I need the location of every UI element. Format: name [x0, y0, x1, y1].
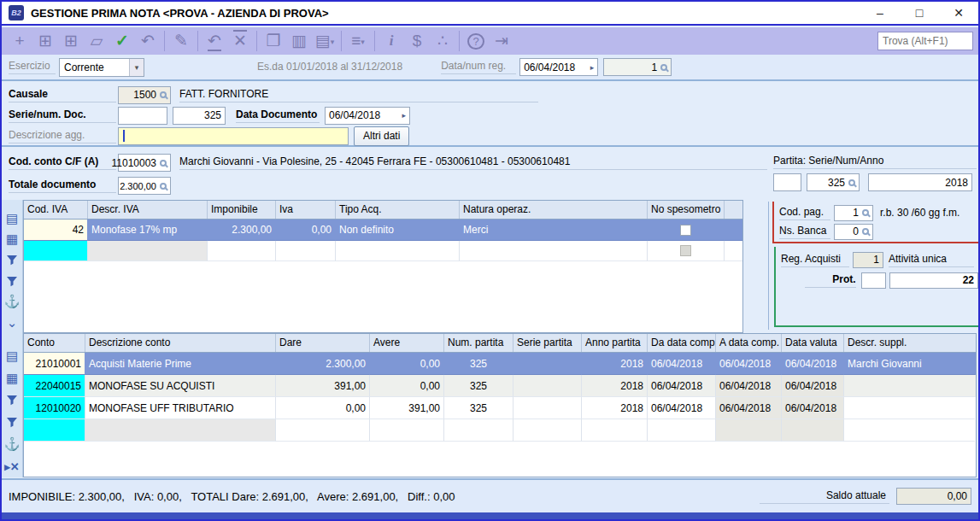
cell-dare[interactable]	[276, 419, 370, 442]
cod-conto-field[interactable]: 11010003	[118, 154, 171, 172]
new-from-list-icon[interactable]: ⊞	[32, 29, 58, 53]
prot-num-field[interactable]: 22	[889, 272, 978, 289]
column-header[interactable]: Dare	[276, 334, 370, 352]
filter-icon[interactable]	[2, 250, 22, 271]
chevron-down-icon[interactable]: ⌄	[2, 313, 22, 333]
cell-avere[interactable]	[370, 419, 444, 442]
currency-icon[interactable]: $	[404, 29, 430, 53]
cell-imponibile[interactable]	[208, 241, 276, 261]
cell-da-data[interactable]: 06/04/2018	[648, 397, 716, 419]
minimize-button[interactable]: –	[860, 2, 900, 24]
grid-view-icon[interactable]: ▦	[2, 229, 22, 249]
cell-descr-iva[interactable]	[88, 241, 208, 261]
copy-icon[interactable]: ❐	[261, 29, 286, 53]
data-documento-field[interactable]: 06/04/2018▸	[325, 107, 410, 125]
cell-no-spesometro[interactable]	[648, 241, 725, 261]
cell-descrizione[interactable]: Acquisti Materie Prime	[85, 353, 276, 375]
reg-acquisti-field[interactable]: 1	[853, 252, 883, 268]
maximize-button[interactable]: □	[900, 2, 939, 24]
cell-dare[interactable]: 0,00	[276, 397, 370, 419]
table-row[interactable]: 12010020 MONOFASE UFF TRIBUTARIO 0,00 39…	[24, 397, 976, 419]
partita-anno-field[interactable]: 2018	[868, 173, 972, 191]
open-folder-icon[interactable]: ▱	[84, 29, 109, 53]
column-header[interactable]: Da data comp.	[648, 334, 716, 352]
cell-anno-partita[interactable]: 2018	[582, 397, 648, 419]
table-row-empty[interactable]	[24, 241, 742, 261]
document-menu-icon[interactable]: ▤▾	[312, 29, 337, 54]
column-header[interactable]: Avere	[370, 334, 444, 352]
cell-conto[interactable]: 12010020	[24, 397, 85, 419]
num-doc-field[interactable]: 325	[173, 107, 226, 125]
preview-icon[interactable]: ▥	[286, 29, 312, 53]
cell-conto[interactable]	[24, 419, 85, 442]
prot-serie-field[interactable]	[861, 272, 886, 289]
cell-descr-suppl[interactable]	[844, 375, 975, 397]
cell-descrizione[interactable]	[85, 419, 276, 442]
cell-avere[interactable]: 391,00	[370, 397, 444, 419]
cell-dare[interactable]: 391,00	[276, 375, 370, 397]
column-header[interactable]: Descr. suppl.	[844, 334, 975, 352]
cell-data-valuta[interactable]: 06/04/2018	[782, 397, 844, 419]
column-header[interactable]: A data comp.	[716, 334, 782, 352]
cell-anno-partita[interactable]: 2018	[582, 353, 648, 375]
cell-anno-partita[interactable]	[582, 419, 648, 442]
revert-icon[interactable]: ↶	[202, 29, 227, 53]
search-lens-icon[interactable]	[160, 183, 167, 190]
help-icon[interactable]: ?	[463, 28, 489, 54]
search-lens-icon[interactable]	[160, 160, 167, 167]
date-expand-icon[interactable]: ▸	[402, 111, 406, 120]
edit-pencil-icon[interactable]: ✎	[168, 29, 194, 53]
search-lens-icon[interactable]	[660, 64, 667, 71]
export-x-icon[interactable]: ▸✕	[2, 455, 22, 477]
cell-no-spesometro[interactable]	[648, 220, 725, 241]
cell-descrizione[interactable]: MONOFASE SU ACQUISTI	[85, 375, 276, 397]
find-input[interactable]	[877, 32, 973, 50]
share-icon[interactable]: ∴	[430, 29, 455, 53]
cell-serie-partita[interactable]	[513, 419, 582, 442]
cell-conto[interactable]: 22040015	[24, 375, 85, 397]
cell-avere[interactable]: 0,00	[370, 353, 444, 375]
column-header[interactable]: Natura operaz.	[460, 201, 648, 219]
cell-natura-operaz[interactable]: Merci	[460, 220, 648, 241]
cell-descr-suppl[interactable]	[844, 419, 975, 442]
list-menu-icon[interactable]: ≡▾	[345, 29, 371, 54]
table-row[interactable]: 42 Monofase 17% mp 2.300,00 0,00 Non def…	[24, 220, 742, 241]
cell-descr-iva[interactable]: Monofase 17% mp	[88, 220, 208, 241]
cell-num-partita[interactable]: 325	[444, 353, 513, 375]
cell-num-partita[interactable]: 325	[444, 375, 513, 397]
cell-data-valuta[interactable]: 06/04/2018	[782, 375, 844, 397]
checkbox[interactable]	[680, 225, 691, 236]
cell-a-data[interactable]	[716, 419, 782, 442]
exit-icon[interactable]: ⇥	[489, 29, 514, 53]
new-icon[interactable]: +	[7, 29, 32, 53]
chevron-down-icon[interactable]: ▾	[129, 59, 144, 76]
column-header[interactable]: Tipo Acq.	[336, 201, 460, 219]
search-lens-icon[interactable]	[862, 209, 869, 216]
cell-avere[interactable]: 0,00	[370, 375, 444, 397]
cell-a-data[interactable]: 06/04/2018	[716, 397, 782, 419]
detail-view-icon[interactable]: ▤	[2, 208, 22, 229]
cell-natura-operaz[interactable]	[460, 241, 648, 261]
cell-serie-partita[interactable]	[513, 353, 582, 375]
filter-clear-icon[interactable]	[2, 411, 22, 433]
cell-descrizione[interactable]: MONOFASE UFF TRIBUTARIO	[85, 397, 276, 419]
serie-doc-field[interactable]	[118, 107, 167, 125]
cell-data-valuta[interactable]	[782, 419, 844, 442]
cell-cod-iva[interactable]: 42	[24, 220, 88, 241]
cell-num-partita[interactable]	[444, 419, 513, 442]
cell-tipo-acq[interactable]	[336, 241, 460, 261]
cell-da-data[interactable]: 06/04/2018	[648, 353, 716, 375]
cell-imponibile[interactable]: 2.300,00	[208, 220, 276, 241]
new-window-icon[interactable]: ⊞	[58, 29, 84, 53]
column-header[interactable]: Conto	[24, 334, 85, 352]
filter-clear-icon[interactable]	[2, 271, 22, 291]
cell-da-data[interactable]	[648, 419, 716, 442]
column-header[interactable]: Num. partita	[444, 334, 513, 352]
anchor-icon[interactable]: ⚓	[2, 291, 22, 312]
search-lens-icon[interactable]	[862, 228, 869, 235]
cell-data-valuta[interactable]: 06/04/2018	[782, 353, 844, 375]
ns-banca-field[interactable]: 0	[834, 224, 873, 240]
cell-descr-suppl[interactable]: Marchi Giovanni	[844, 353, 975, 375]
confirm-icon[interactable]: ✓	[109, 29, 135, 53]
column-header[interactable]: Imponibile	[208, 201, 276, 219]
